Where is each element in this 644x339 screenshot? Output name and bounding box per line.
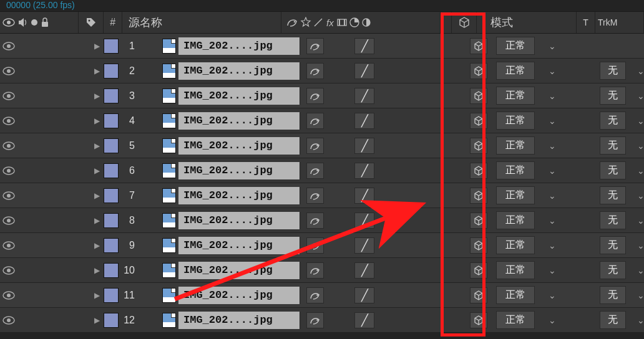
- track-matte-dropdown[interactable]: 无: [600, 236, 626, 254]
- visibility-toggle[interactable]: [0, 266, 17, 275]
- blend-mode-dropdown[interactable]: 正常: [496, 87, 535, 105]
- layer-row[interactable]: ▶ 11 IMG_202....jpg ╱ 正常 ⌄ 无⌄: [0, 283, 644, 308]
- expand-toggle[interactable]: ▶: [79, 141, 104, 150]
- blend-mode-dropdown[interactable]: 正常: [496, 136, 535, 155]
- track-matte-dropdown[interactable]: 无: [600, 211, 626, 229]
- blend-mode-dropdown[interactable]: 正常: [496, 236, 535, 254]
- color-swatch[interactable]: [104, 138, 119, 153]
- visibility-toggle[interactable]: [0, 191, 17, 200]
- visibility-toggle[interactable]: [0, 92, 17, 100]
- color-swatch[interactable]: [104, 39, 119, 54]
- quality-switch[interactable]: ╱: [351, 113, 378, 129]
- color-swatch[interactable]: [104, 88, 119, 103]
- shy-switch[interactable]: [303, 113, 328, 129]
- trk-header[interactable]: TrkM: [595, 12, 644, 33]
- shy-switch[interactable]: [303, 262, 328, 279]
- 3d-switch[interactable]: [466, 237, 491, 254]
- blend-mode-dropdown[interactable]: 正常: [496, 112, 535, 130]
- layer-row[interactable]: ▶ 8 IMG_202....jpg ╱ 正常 ⌄ 无⌄: [0, 208, 644, 233]
- layer-name[interactable]: IMG_202....jpg: [178, 162, 300, 179]
- layer-name[interactable]: IMG_202....jpg: [178, 62, 300, 80]
- star-icon[interactable]: [300, 17, 311, 28]
- blend-mode-dropdown[interactable]: 正常: [496, 62, 535, 80]
- shy-switch[interactable]: [303, 237, 328, 254]
- expand-toggle[interactable]: ▶: [79, 291, 104, 300]
- visibility-toggle[interactable]: [0, 166, 17, 175]
- shy-switch[interactable]: [303, 163, 328, 179]
- shy-switch[interactable]: [303, 88, 328, 104]
- visibility-toggle[interactable]: [0, 67, 17, 75]
- line-icon[interactable]: [313, 17, 324, 28]
- quality-switch[interactable]: ╱: [351, 188, 378, 204]
- layer-row[interactable]: ▶ 4 IMG_202....jpg ╱ 正常 ⌄ 无⌄: [0, 108, 644, 133]
- track-matte-dropdown[interactable]: 无: [600, 311, 626, 329]
- quality-switch[interactable]: ╱: [351, 262, 378, 279]
- motion-blur-icon[interactable]: [349, 17, 360, 28]
- quality-switch[interactable]: ╱: [351, 312, 378, 328]
- color-swatch[interactable]: [104, 188, 119, 203]
- lock-icon[interactable]: [40, 17, 50, 28]
- solo-icon[interactable]: [31, 19, 37, 26]
- fx-icon[interactable]: fx: [325, 17, 335, 28]
- layer-name[interactable]: IMG_202....jpg: [178, 137, 300, 155]
- color-swatch[interactable]: [104, 64, 119, 79]
- cube-header[interactable]: [452, 12, 477, 33]
- quality-switch[interactable]: ╱: [351, 237, 378, 254]
- blend-mode-dropdown[interactable]: 正常: [496, 37, 535, 55]
- color-swatch[interactable]: [104, 163, 119, 178]
- 3d-switch[interactable]: [466, 188, 491, 204]
- layer-row[interactable]: ▶ 12 IMG_202....jpg ╱ 正常 ⌄ 无⌄: [0, 308, 644, 333]
- 3d-switch[interactable]: [466, 138, 491, 154]
- visibility-toggle[interactable]: [0, 141, 17, 150]
- layer-row[interactable]: ▶ 6 IMG_202....jpg ╱ 正常 ⌄ 无⌄: [0, 158, 644, 183]
- quality-switch[interactable]: ╱: [351, 38, 378, 54]
- layer-name[interactable]: IMG_202....jpg: [178, 37, 300, 55]
- color-swatch[interactable]: [104, 313, 119, 328]
- 3d-switch[interactable]: [466, 262, 491, 279]
- color-swatch[interactable]: [104, 288, 119, 303]
- visibility-toggle[interactable]: [0, 216, 17, 225]
- layer-name[interactable]: IMG_202....jpg: [178, 262, 300, 279]
- visibility-toggle[interactable]: [0, 316, 17, 325]
- layer-name[interactable]: IMG_202....jpg: [178, 312, 300, 329]
- shy-icon[interactable]: [285, 17, 299, 28]
- expand-toggle[interactable]: ▶: [79, 266, 104, 275]
- track-matte-dropdown[interactable]: 无: [600, 62, 626, 80]
- layer-row[interactable]: ▶ 9 IMG_202....jpg ╱ 正常 ⌄ 无⌄: [0, 233, 644, 258]
- quality-switch[interactable]: ╱: [351, 63, 378, 79]
- 3d-switch[interactable]: [466, 212, 491, 229]
- layer-name[interactable]: IMG_202....jpg: [178, 112, 300, 130]
- 3d-switch[interactable]: [466, 163, 491, 179]
- layer-name[interactable]: IMG_202....jpg: [178, 187, 300, 204]
- layer-row[interactable]: ▶ 7 IMG_202....jpg ╱ 正常 ⌄ 无⌄: [0, 183, 644, 208]
- color-swatch[interactable]: [104, 238, 119, 253]
- visibility-toggle[interactable]: [0, 241, 17, 250]
- layer-name[interactable]: IMG_202....jpg: [178, 237, 300, 254]
- track-matte-dropdown[interactable]: 无: [600, 261, 626, 279]
- layer-row[interactable]: ▶ 3 IMG_202....jpg ╱ 正常 ⌄ 无⌄: [0, 84, 644, 108]
- color-swatch[interactable]: [104, 113, 119, 128]
- shy-switch[interactable]: [303, 63, 328, 79]
- expand-toggle[interactable]: ▶: [79, 216, 104, 225]
- eye-icon[interactable]: [2, 18, 15, 27]
- visibility-toggle[interactable]: [0, 117, 17, 125]
- quality-switch[interactable]: ╱: [351, 138, 378, 154]
- layer-row[interactable]: ▶ 10 IMG_202....jpg ╱ 正常 ⌄ 无⌄: [0, 258, 644, 283]
- layer-name[interactable]: IMG_202....jpg: [178, 212, 300, 229]
- color-swatch[interactable]: [104, 213, 119, 228]
- quality-switch[interactable]: ╱: [351, 163, 378, 179]
- 3d-switch[interactable]: [466, 88, 491, 104]
- expand-toggle[interactable]: ▶: [79, 166, 104, 175]
- track-matte-dropdown[interactable]: 无: [600, 136, 626, 155]
- layer-row[interactable]: ▶ 5 IMG_202....jpg ╱ 正常 ⌄ 无⌄: [0, 133, 644, 158]
- mode-header[interactable]: 模式: [477, 12, 577, 33]
- expand-toggle[interactable]: ▶: [79, 241, 104, 250]
- label-header[interactable]: [79, 12, 104, 33]
- shy-switch[interactable]: [303, 212, 328, 229]
- shy-switch[interactable]: [303, 38, 328, 54]
- shy-switch[interactable]: [303, 138, 328, 154]
- adjustment-icon[interactable]: [361, 17, 371, 27]
- blend-mode-dropdown[interactable]: 正常: [496, 211, 535, 229]
- track-matte-dropdown[interactable]: 无: [600, 87, 626, 105]
- expand-toggle[interactable]: ▶: [79, 117, 104, 125]
